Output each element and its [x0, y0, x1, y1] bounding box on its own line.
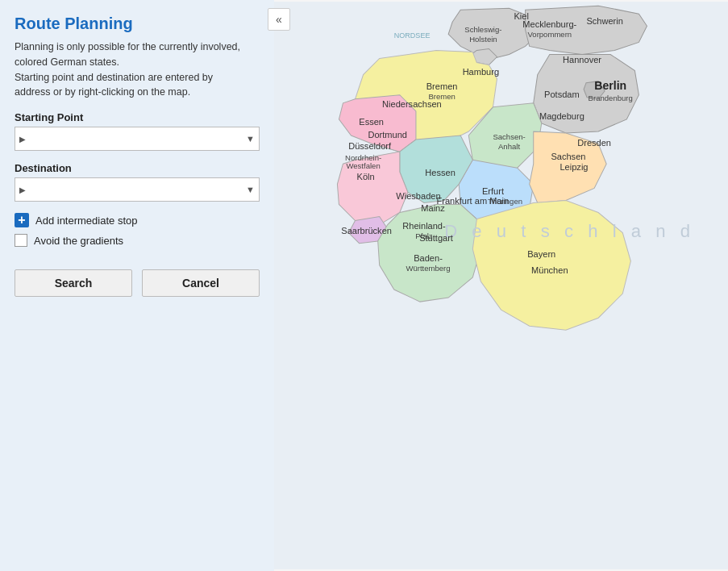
collapse-icon: « [276, 13, 282, 26]
sidebar-description: Planning is only possible for the curren… [15, 40, 260, 100]
add-stop-label: Add intermediate stop [35, 215, 137, 227]
action-buttons: Search Cancel [15, 269, 260, 297]
destination-select-wrapper: ▶ ▼ [15, 177, 260, 202]
destination-select[interactable] [15, 177, 260, 202]
add-intermediate-stop-row[interactable]: + Add intermediate stop [15, 213, 260, 227]
avoid-gradients-label: Avoid the gradients [34, 235, 123, 247]
search-button[interactable]: Search [15, 269, 132, 297]
sidebar: Route Planning Planning is only possible… [0, 0, 274, 571]
germany-map: NORDSEE D e u t s c h l a n d Schleswig-… [274, 0, 728, 571]
add-stop-icon: + [15, 213, 29, 227]
sidebar-title: Route Planning [15, 15, 260, 33]
starting-point-label: Starting Point [15, 111, 260, 123]
starting-point-select[interactable] [15, 127, 260, 151]
destination-label: Destination [15, 162, 260, 174]
avoid-gradients-checkbox[interactable] [15, 234, 27, 247]
starting-point-select-wrapper: ▶ ▼ [15, 127, 260, 151]
cancel-button[interactable]: Cancel [142, 269, 260, 297]
avoid-gradients-row: Avoid the gradients [15, 234, 260, 247]
map-area[interactable]: NORDSEE D e u t s c h l a n d Schleswig-… [274, 0, 728, 571]
collapse-button[interactable]: « [268, 8, 290, 31]
